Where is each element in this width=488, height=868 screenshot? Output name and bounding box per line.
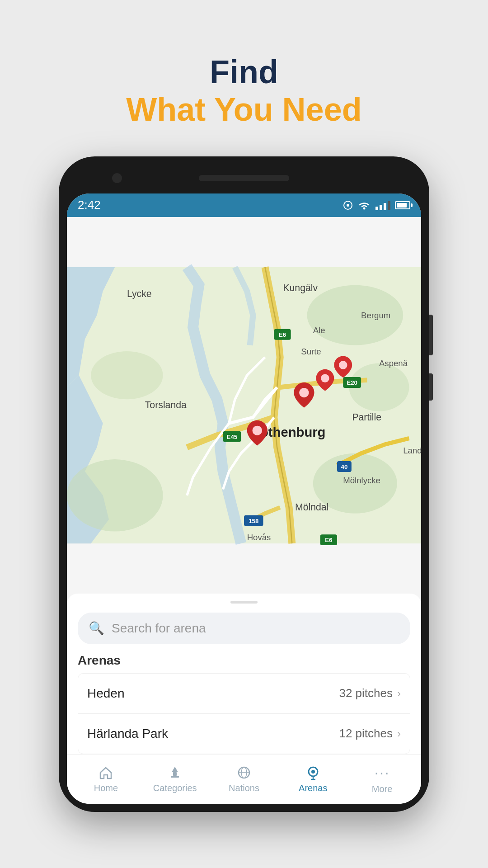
nav-label-arenas: Arenas — [299, 783, 327, 793]
sync-icon — [343, 200, 353, 210]
svg-point-37 — [253, 425, 262, 435]
svg-text:Hovås: Hovås — [247, 533, 271, 542]
bottom-sheet: 🔍 Search for arena Arenas Heden 32 pitch… — [67, 594, 421, 754]
nav-label-categories: Categories — [153, 783, 197, 793]
globe-icon — [236, 765, 252, 780]
nav-item-home[interactable]: Home — [79, 765, 133, 793]
status-time: 2:42 — [78, 198, 101, 212]
nav-item-categories[interactable]: Categories — [148, 765, 202, 793]
svg-text:Bergum: Bergum — [361, 310, 390, 320]
map-area[interactable]: E6 E20 E45 40 158 E6 Lycke Kungälv — [67, 217, 421, 594]
battery-icon — [395, 201, 410, 209]
svg-text:E20: E20 — [347, 379, 357, 386]
phone-side-button2 — [429, 373, 433, 401]
svg-point-35 — [321, 374, 329, 382]
nav-label-home: Home — [94, 783, 118, 793]
home-icon — [98, 765, 113, 780]
phone-camera — [112, 173, 122, 183]
svg-point-34 — [339, 361, 347, 369]
svg-point-1 — [347, 204, 349, 207]
search-bar[interactable]: 🔍 Search for arena — [78, 613, 410, 644]
headline-find: Find — [126, 54, 361, 90]
arena-name-heden: Heden — [87, 686, 125, 701]
phone-speaker — [199, 175, 289, 181]
status-icons — [343, 200, 410, 210]
svg-text:Landvetter: Landvetter — [403, 445, 421, 455]
chevron-icon-heden: › — [397, 687, 401, 700]
phone-screen: 2:42 — [67, 193, 421, 804]
svg-text:40: 40 — [341, 463, 348, 470]
phone-top-bar — [67, 165, 421, 192]
arena-pitches-harlanda: 12 pitches › — [339, 726, 401, 741]
status-bar: 2:42 — [67, 193, 421, 217]
svg-text:Aspenä: Aspenä — [379, 359, 408, 368]
nav-item-nations[interactable]: Nations — [217, 765, 271, 793]
arenas-icon — [305, 765, 321, 780]
bottom-nav: Home Categories Nations — [67, 754, 421, 804]
search-placeholder: Search for arena — [112, 621, 206, 636]
arena-item-harlanda[interactable]: Härlanda Park 12 pitches › — [78, 714, 410, 754]
svg-rect-38 — [171, 776, 179, 778]
nav-item-arenas[interactable]: Arenas — [286, 765, 340, 793]
nav-item-more[interactable]: ··· More — [355, 764, 409, 794]
arena-name-harlanda: Härlanda Park — [87, 726, 168, 741]
svg-rect-39 — [173, 772, 177, 776]
nav-label-more: More — [372, 784, 393, 794]
signal-icon — [375, 200, 390, 210]
nav-label-nations: Nations — [229, 783, 259, 793]
wifi-icon — [357, 200, 371, 210]
svg-point-2 — [363, 207, 366, 209]
search-icon: 🔍 — [89, 621, 104, 636]
svg-point-8 — [67, 459, 163, 531]
svg-text:Torslanda: Torslanda — [145, 400, 187, 410]
svg-marker-40 — [172, 767, 178, 772]
arena-pitches-heden: 32 pitches › — [339, 686, 401, 700]
svg-text:E6: E6 — [279, 331, 286, 338]
arenas-section-label: Arenas — [78, 653, 410, 668]
map-svg: E6 E20 E45 40 158 E6 Lycke Kungälv — [67, 217, 421, 594]
phone-side-button — [429, 315, 433, 355]
arena-item-heden[interactable]: Heden 32 pitches › — [78, 674, 410, 714]
categories-icon — [167, 765, 183, 780]
chevron-icon-harlanda: › — [397, 727, 401, 740]
svg-text:Surte: Surte — [301, 346, 321, 356]
svg-text:Ale: Ale — [313, 326, 325, 335]
svg-text:Mölnlycke: Mölnlycke — [343, 476, 380, 485]
svg-text:Mölndal: Mölndal — [295, 502, 328, 513]
headline-section: Find What You Need — [126, 54, 361, 129]
svg-text:Partille: Partille — [352, 411, 381, 422]
phone-shell: 2:42 — [59, 156, 429, 812]
svg-text:E45: E45 — [227, 433, 238, 440]
sheet-handle — [230, 601, 258, 604]
more-icon: ··· — [374, 764, 389, 781]
svg-text:E6: E6 — [325, 537, 332, 543]
headline-sub: What You Need — [126, 90, 361, 129]
svg-text:Kungälv: Kungälv — [283, 283, 318, 293]
svg-text:158: 158 — [249, 518, 258, 524]
arena-list: Heden 32 pitches › Härlanda Park 12 pitc… — [78, 673, 410, 754]
svg-point-36 — [299, 388, 309, 397]
svg-point-45 — [311, 770, 315, 774]
svg-text:Lycke: Lycke — [127, 288, 152, 299]
svg-point-7 — [91, 351, 163, 399]
